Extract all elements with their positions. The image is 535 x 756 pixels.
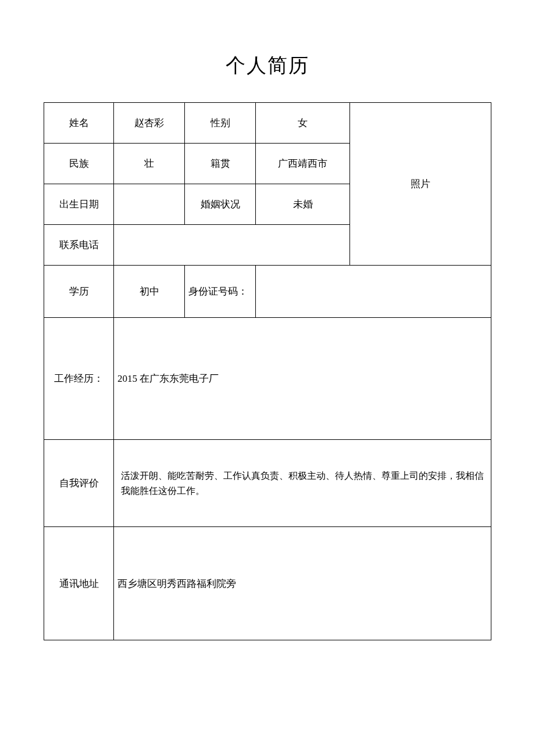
label-selfeval: 自我评价: [44, 440, 114, 527]
label-marital: 婚姻状况: [185, 184, 256, 225]
label-birth: 出生日期: [44, 184, 114, 225]
value-idnum: [256, 266, 491, 318]
label-phone: 联系电话: [44, 225, 114, 266]
value-work: 2015 在广东东莞电子厂: [114, 318, 491, 440]
value-selfeval: 活泼开朗、能吃苦耐劳、工作认真负责、积极主动、待人热情、尊重上司的安排，我相信我…: [114, 440, 491, 527]
value-name: 赵杏彩: [114, 103, 185, 144]
value-ethnicity: 壮: [114, 144, 185, 184]
label-address: 通讯地址: [44, 527, 114, 640]
value-education: 初中: [114, 266, 185, 318]
value-address: 西乡塘区明秀西路福利院旁: [114, 527, 491, 640]
resume-table: 姓名 赵杏彩 性别 女 照片 民族 壮 籍贯 广西靖西市 出生日期 婚姻状况 未…: [44, 102, 491, 640]
value-phone: [114, 225, 350, 266]
label-name: 姓名: [44, 103, 114, 144]
label-ethnicity: 民族: [44, 144, 114, 184]
photo-cell: 照片: [350, 103, 491, 266]
label-idnum: 身份证号码：: [185, 266, 256, 318]
value-birth: [114, 184, 185, 225]
value-marital: 未婚: [256, 184, 350, 225]
label-origin: 籍贯: [185, 144, 256, 184]
page-title: 个人简历: [44, 52, 491, 79]
value-gender: 女: [256, 103, 350, 144]
label-education: 学历: [44, 266, 114, 318]
value-origin: 广西靖西市: [256, 144, 350, 184]
label-work: 工作经历：: [44, 318, 114, 440]
label-gender: 性别: [185, 103, 256, 144]
